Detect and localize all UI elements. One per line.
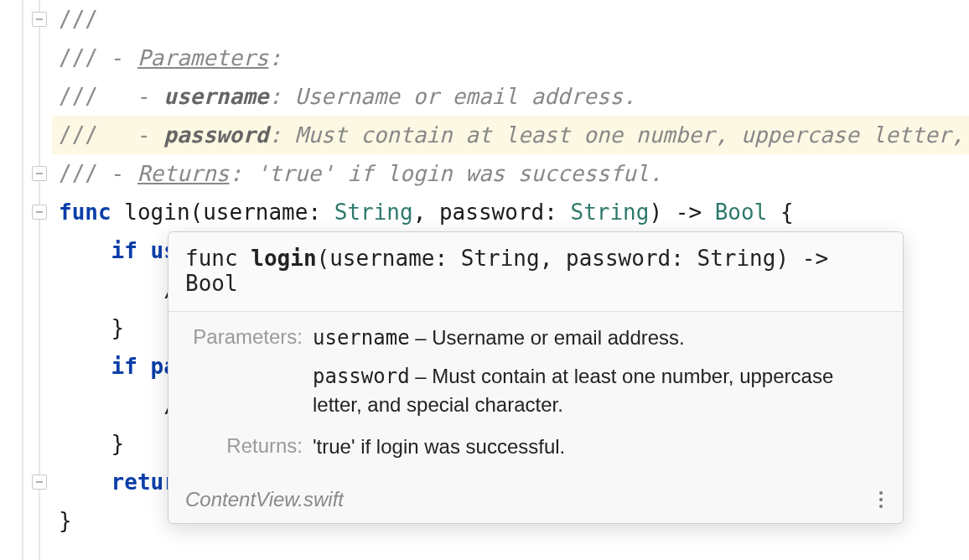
code-line[interactable]: /// xyxy=(52,0,969,39)
code-line[interactable]: /// - Parameters: xyxy=(52,39,969,77)
code-line-highlighted[interactable]: /// - password: Must contain at least on… xyxy=(52,116,969,154)
popup-source-file: ContentView.swift xyxy=(185,488,344,511)
quick-doc-popup: func login(username: String, password: S… xyxy=(168,231,904,524)
code-line[interactable]: func login(username: String, password: S… xyxy=(52,193,969,231)
popup-returns-label: Returns: xyxy=(185,433,303,461)
returns-doc-label: Returns xyxy=(137,161,230,186)
fold-marker-icon[interactable] xyxy=(32,205,47,220)
popup-parameters-label: Parameters: xyxy=(185,324,303,419)
popup-param-password: password – Must contain at least one num… xyxy=(313,362,886,419)
comment-text: /// xyxy=(59,7,98,32)
popup-signature: func login(username: String, password: S… xyxy=(168,232,903,312)
popup-parameters-row: Parameters: username – Username or email… xyxy=(185,324,886,419)
kebab-menu-icon[interactable] xyxy=(871,488,891,511)
fold-marker-icon[interactable] xyxy=(32,12,47,27)
param-password-doc: password xyxy=(163,122,268,148)
code-editor[interactable]: /// /// - Parameters: /// - username: Us… xyxy=(0,0,969,560)
popup-param-username: username – Username or email address. xyxy=(313,324,886,352)
popup-returns-value: 'true' if login was successful. xyxy=(313,433,886,461)
parameters-doc-label: Parameters xyxy=(137,45,269,70)
fold-marker-icon[interactable] xyxy=(32,474,47,490)
gutter xyxy=(0,0,50,560)
fold-marker-icon[interactable] xyxy=(32,166,47,181)
code-line[interactable]: /// - username: Username or email addres… xyxy=(52,77,969,116)
popup-returns-row: Returns: 'true' if login was successful. xyxy=(185,433,886,461)
param-username-doc: username xyxy=(163,84,268,109)
code-line[interactable]: /// - Returns: 'true' if login was succe… xyxy=(52,154,969,193)
